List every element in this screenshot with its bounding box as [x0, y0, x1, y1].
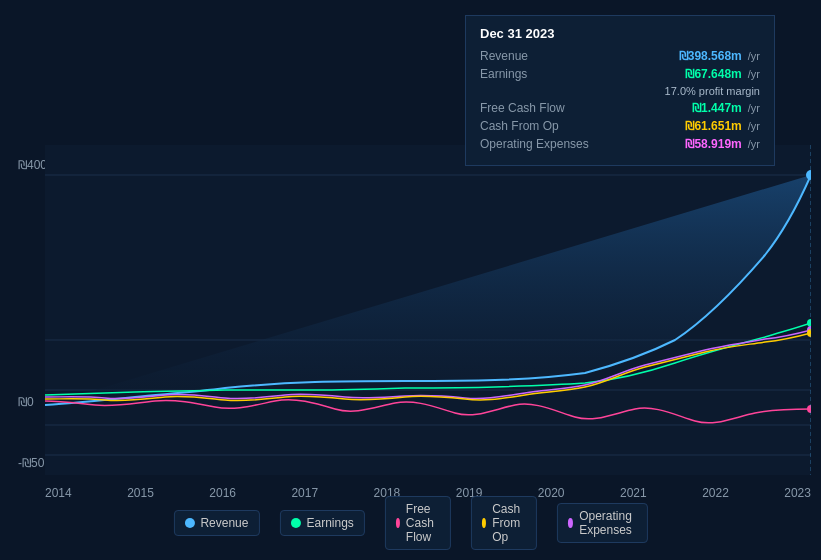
tooltip-value-opex: ₪58.919m: [685, 137, 741, 151]
tooltip-label-fcf: Free Cash Flow: [480, 101, 600, 115]
legend-item-earnings[interactable]: Earnings: [279, 510, 364, 536]
tooltip-row-revenue: Revenue ₪398.568m /yr: [480, 49, 760, 63]
legend-dot-fcf: [396, 518, 400, 528]
tooltip-value-revenue: ₪398.568m: [679, 49, 742, 63]
tooltip-unit-opex: /yr: [748, 138, 760, 150]
tooltip-row-fcf: Free Cash Flow ₪1.447m /yr: [480, 101, 760, 115]
legend-label-opex: Operating Expenses: [579, 509, 636, 537]
chart-svg[interactable]: [45, 145, 811, 475]
legend-dot-earnings: [290, 518, 300, 528]
legend-label-fcf: Free Cash Flow: [406, 502, 440, 544]
tooltip-label-opex: Operating Expenses: [480, 137, 600, 151]
tooltip-unit-earnings: /yr: [748, 68, 760, 80]
tooltip-row-cashfromop: Cash From Op ₪61.651m /yr: [480, 119, 760, 133]
tooltip-row-earnings: Earnings ₪67.648m /yr: [480, 67, 760, 81]
tooltip-label-cashfromop: Cash From Op: [480, 119, 600, 133]
tooltip-box: Dec 31 2023 Revenue ₪398.568m /yr Earnin…: [465, 15, 775, 166]
y-label-0: ₪0: [18, 395, 34, 409]
legend-dot-opex: [568, 518, 573, 528]
tooltip-value-earnings: ₪67.648m: [685, 67, 741, 81]
x-label-2014: 2014: [45, 486, 72, 500]
tooltip-value-cashfromop: ₪61.651m: [685, 119, 741, 133]
tooltip-date: Dec 31 2023: [480, 26, 760, 41]
legend-label-revenue: Revenue: [200, 516, 248, 530]
tooltip-unit-fcf: /yr: [748, 102, 760, 114]
tooltip-row-margin: 17.0% profit margin: [480, 85, 760, 97]
legend-item-revenue[interactable]: Revenue: [173, 510, 259, 536]
legend-label-cashfromop: Cash From Op: [492, 502, 526, 544]
chart-container: Dec 31 2023 Revenue ₪398.568m /yr Earnin…: [0, 0, 821, 560]
x-label-2022: 2022: [702, 486, 729, 500]
chart-legend: Revenue Earnings Free Cash Flow Cash Fro…: [173, 496, 647, 550]
tooltip-margin-value: 17.0% profit margin: [665, 85, 760, 97]
legend-item-cashfromop[interactable]: Cash From Op: [471, 496, 537, 550]
legend-item-opex[interactable]: Operating Expenses: [557, 503, 648, 543]
tooltip-unit-cashfromop: /yr: [748, 120, 760, 132]
legend-item-fcf[interactable]: Free Cash Flow: [385, 496, 451, 550]
x-label-2023: 2023: [784, 486, 811, 500]
legend-dot-cashfromop: [482, 518, 486, 528]
tooltip-label-revenue: Revenue: [480, 49, 600, 63]
tooltip-label-earnings: Earnings: [480, 67, 600, 81]
legend-dot-revenue: [184, 518, 194, 528]
tooltip-unit-revenue: /yr: [748, 50, 760, 62]
legend-label-earnings: Earnings: [306, 516, 353, 530]
x-label-2015: 2015: [127, 486, 154, 500]
tooltip-value-fcf: ₪1.447m: [692, 101, 742, 115]
tooltip-row-opex: Operating Expenses ₪58.919m /yr: [480, 137, 760, 151]
